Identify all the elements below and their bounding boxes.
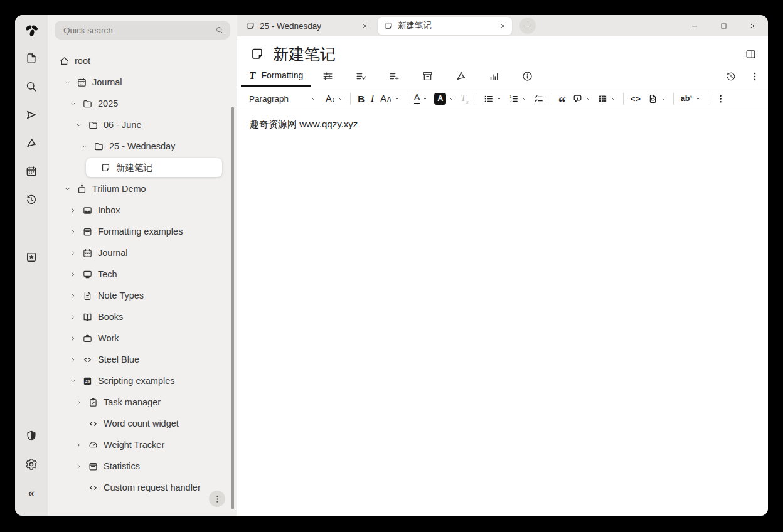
inline-code-button[interactable]: <> xyxy=(627,90,644,107)
todo-list-button[interactable] xyxy=(530,90,547,107)
admonition-button[interactable] xyxy=(569,90,594,107)
history-icon xyxy=(725,71,737,82)
tree-item-formatting-examples[interactable]: Formatting examples xyxy=(48,221,237,242)
ribbon-tab-similar-notes[interactable] xyxy=(477,66,511,87)
chevron-right-icon[interactable] xyxy=(69,228,82,235)
numbered-list-button[interactable]: 12 xyxy=(505,90,530,107)
code-block-button[interactable] xyxy=(644,90,669,107)
chevron-right-icon[interactable] xyxy=(75,399,88,406)
toolbar-separator xyxy=(551,93,551,105)
chevron-right-icon[interactable] xyxy=(69,271,82,278)
tree-item-trilium-demo[interactable]: Trilium Demo xyxy=(48,178,237,200)
chevron-down-icon[interactable] xyxy=(69,378,82,385)
tree-item-scripting-examples[interactable]: JSScripting examples xyxy=(48,370,237,391)
new-tab-button[interactable] xyxy=(519,18,536,34)
tree-item-root[interactable]: root xyxy=(48,50,237,72)
chevron-right-icon[interactable] xyxy=(69,314,82,321)
note-text[interactable]: 趣奇资源网 www.qqzy.xyz xyxy=(237,110,768,139)
tree-item-06-june[interactable]: 06 - June xyxy=(48,114,237,136)
remove-format-button[interactable]: Tx xyxy=(457,90,471,107)
ribbon-tab-basic-properties[interactable] xyxy=(311,66,344,87)
ribbon-tab-note-info[interactable] xyxy=(511,66,544,87)
note-icon xyxy=(246,21,255,31)
note-revisions-button[interactable] xyxy=(725,71,737,82)
tree-item-work[interactable]: Work xyxy=(48,327,237,349)
launcher-bookmarks[interactable] xyxy=(20,246,43,269)
tab-close-icon[interactable] xyxy=(499,23,506,29)
note-editor[interactable]: 趣奇资源网 www.qqzy.xyz xyxy=(237,110,768,516)
tree-item-tech[interactable]: Tech xyxy=(48,263,237,285)
tree-item-2025[interactable]: 2025 xyxy=(48,93,237,114)
chevron-down-icon[interactable] xyxy=(80,143,93,150)
chevron-right-icon[interactable] xyxy=(69,292,82,299)
bold-button[interactable]: B xyxy=(354,90,368,107)
tree-scrollbar[interactable] xyxy=(231,107,234,509)
tree-item-item-5[interactable]: 新建笔记 xyxy=(48,157,237,178)
chevron-right-icon[interactable] xyxy=(75,463,88,470)
more-formatting-button[interactable] xyxy=(712,90,729,107)
chevron-down-icon[interactable] xyxy=(75,122,88,129)
tree-item-steel-blue[interactable]: Steel Blue xyxy=(48,349,237,370)
chevron-right-icon[interactable] xyxy=(69,250,82,257)
ribbon-tab-owned-attributes[interactable] xyxy=(344,66,378,87)
quick-search[interactable] xyxy=(55,21,230,40)
bulleted-list-button[interactable] xyxy=(480,90,505,107)
tree-options-button[interactable] xyxy=(209,491,225,507)
footnote-button[interactable]: ab¹ xyxy=(678,90,704,107)
launcher-search-notes[interactable] xyxy=(20,75,43,98)
font-color-button[interactable]: A xyxy=(411,90,432,107)
chevron-right-icon[interactable] xyxy=(69,356,82,363)
close-button[interactable] xyxy=(748,22,757,30)
tree-item-journal[interactable]: Journal xyxy=(48,242,237,263)
paragraph-style-select[interactable]: Paragraph xyxy=(245,90,320,107)
block-quote-button[interactable]: “ xyxy=(555,90,569,107)
tree-item-inner: Inbox xyxy=(69,201,222,220)
minimize-button[interactable] xyxy=(691,22,699,30)
maximize-button[interactable] xyxy=(720,22,728,30)
tree-item-journal[interactable]: Journal xyxy=(48,72,237,93)
chevron-down-icon[interactable] xyxy=(63,79,77,86)
bars-icon xyxy=(488,70,500,82)
note-menu-button[interactable] xyxy=(749,71,760,82)
italic-button[interactable]: I xyxy=(368,90,377,107)
ribbon-tab-note-paths[interactable] xyxy=(411,66,444,87)
tree-item-custom-request-handler[interactable]: Custom request handler xyxy=(48,477,237,498)
tree-item-note-types[interactable]: Note Types xyxy=(48,285,237,306)
font-size-button[interactable]: A↕ xyxy=(322,90,346,107)
chevron-right-icon[interactable] xyxy=(69,335,82,342)
launcher-calendar[interactable] xyxy=(20,160,43,183)
tree-item-statistics[interactable]: Statistics xyxy=(48,455,237,477)
tree-item-weight-tracker[interactable]: Weight Tracker xyxy=(48,434,237,455)
background-color-button[interactable]: A xyxy=(431,90,457,107)
font-family-button[interactable]: AA xyxy=(377,90,402,107)
chevron-right-icon[interactable] xyxy=(75,442,88,449)
tree-item-word-count-widget[interactable]: Word count widget xyxy=(48,413,237,434)
launcher-jump-to-note[interactable] xyxy=(20,104,43,126)
launcher-new-note[interactable] xyxy=(20,47,43,70)
ribbon-tab-inherited-attributes[interactable] xyxy=(378,66,411,87)
tree-item-label: Weight Tracker xyxy=(104,440,164,450)
tree-item-25-wednesday[interactable]: 25 - Wednesday xyxy=(48,136,237,157)
tree-item-books[interactable]: Books xyxy=(48,306,237,327)
ribbon-tab-formatting[interactable]: T Formatting xyxy=(241,66,311,87)
chevron-down-icon[interactable] xyxy=(69,100,82,107)
quick-search-input[interactable] xyxy=(62,25,215,36)
tree-item-task-manager[interactable]: Task manager xyxy=(48,391,237,413)
launcher-settings[interactable] xyxy=(20,453,43,476)
note-detail: 新建笔记 T Formatting ParagraphA↕BIAAAATx12“… xyxy=(237,36,768,516)
inline-code-glyph: <> xyxy=(631,94,641,104)
launcher-collapse-tree[interactable]: « xyxy=(20,481,43,504)
tree-item-inbox[interactable]: Inbox xyxy=(48,200,237,221)
chevron-right-icon[interactable] xyxy=(69,207,82,214)
launcher-note-map[interactable] xyxy=(20,132,43,154)
insert-table-button[interactable] xyxy=(594,90,619,107)
note-title[interactable]: 新建笔记 xyxy=(273,45,336,63)
tab-item-1[interactable]: 新建笔记 xyxy=(378,17,512,35)
chevron-down-icon[interactable] xyxy=(63,186,77,193)
launcher-protected-session[interactable] xyxy=(20,425,43,447)
ribbon-tab-note-map[interactable] xyxy=(444,66,477,87)
launcher-recent-changes[interactable] xyxy=(20,188,43,211)
toggle-right-pane-button[interactable] xyxy=(745,48,757,60)
tab-close-icon[interactable] xyxy=(361,23,368,29)
tab-25-wednesday[interactable]: 25 - Wednesday xyxy=(240,17,374,35)
